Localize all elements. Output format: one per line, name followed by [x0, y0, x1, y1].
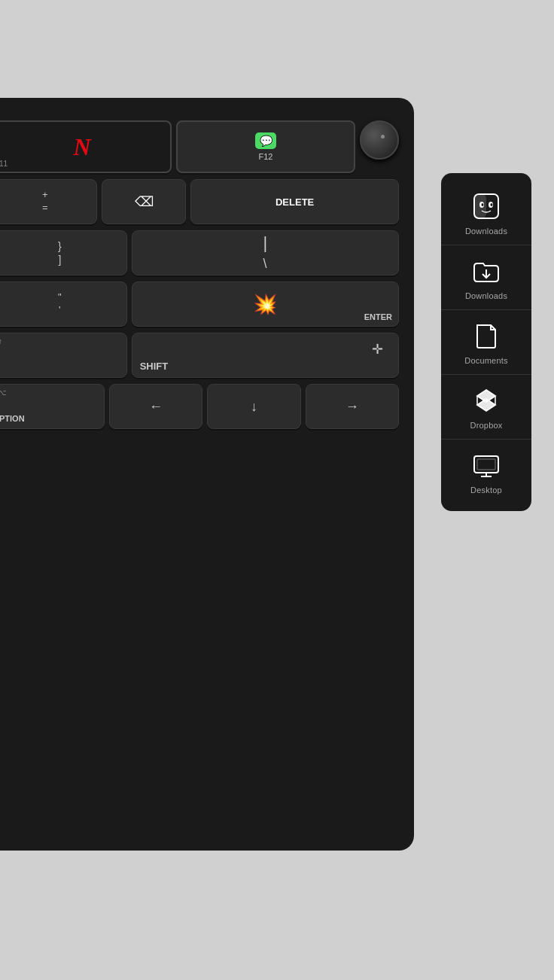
backspace-icon: ⌫: [135, 193, 154, 210]
sidebar-item-documents[interactable]: Documents: [441, 310, 531, 375]
key-option[interactable]: ⌥ PTION: [0, 384, 105, 429]
key-delete[interactable]: DELETE: [190, 179, 399, 224]
svg-point-4: [482, 203, 484, 206]
volume-knob[interactable]: [360, 120, 399, 160]
finder-label: Downloads: [465, 227, 507, 236]
backslash-label: |\: [263, 233, 267, 272]
message-icon: [255, 132, 276, 149]
option-tilde-icon: ⌥: [0, 388, 7, 397]
key-row-3: } ] |\: [0, 230, 399, 275]
key-backspace-icon[interactable]: ⌫: [102, 179, 186, 224]
key-explosion[interactable]: 💥 ENTER: [132, 282, 399, 327]
key-row-1: N 11 F12: [0, 120, 399, 173]
arrow-down-icon: ↓: [251, 399, 257, 415]
sidebar-item-downloads[interactable]: Downloads: [441, 245, 531, 310]
netflix-label: N: [73, 133, 90, 161]
svg-marker-12: [477, 399, 495, 411]
key-shift-main[interactable]: SHIFT ✛: [132, 333, 399, 378]
f12-label: F12: [259, 152, 273, 161]
downloads-label: Downloads: [465, 291, 507, 300]
key-arrow-right[interactable]: →: [306, 384, 399, 429]
downloads-folder-icon: [470, 254, 503, 288]
knob-dot: [381, 135, 385, 138]
key-shift-arrow[interactable]: ↑: [0, 333, 127, 378]
key-quote[interactable]: " ': [0, 282, 127, 327]
sidebar-item-dropbox[interactable]: Dropbox: [441, 375, 531, 440]
option-label: PTION: [0, 414, 25, 423]
sidebar-item-desktop[interactable]: Desktop: [441, 440, 531, 504]
enter-label: ENTER: [364, 312, 392, 321]
documents-icon: [470, 319, 503, 352]
desktop-icon: [470, 449, 503, 482]
key-row-6: ⌥ PTION ← ↓ →: [0, 384, 399, 429]
sidebar-panel: Downloads Downloads Documents: [441, 173, 531, 511]
key-netflix[interactable]: N 11: [0, 120, 172, 173]
key-f12[interactable]: F12: [176, 120, 355, 173]
dropbox-icon: [470, 384, 503, 417]
keyboard-body: N 11 F12 + = ⌫ DELETE: [0, 98, 414, 851]
shift-corner-arrow: ↑: [0, 337, 2, 345]
brace-label: } ]: [58, 239, 62, 266]
plus-equals-label: + =: [42, 189, 48, 215]
finder-icon: [470, 190, 503, 223]
sidebar-item-finder[interactable]: Downloads: [441, 181, 531, 245]
arrow-right-icon: →: [345, 399, 359, 415]
key-plus-equals[interactable]: + =: [0, 179, 97, 224]
svg-rect-15: [474, 456, 498, 473]
shift-crosshair: ✛: [372, 341, 383, 358]
key-brace[interactable]: } ]: [0, 230, 127, 275]
explosion-icon: 💥: [253, 293, 277, 316]
f12-badge: F12: [178, 122, 354, 172]
key-arrow-left[interactable]: ←: [109, 384, 202, 429]
key-row-4: " ' 💥 ENTER: [0, 282, 399, 327]
key-sublabel: 11: [0, 160, 8, 168]
arrow-left-icon: ←: [149, 399, 163, 415]
documents-label: Documents: [464, 356, 507, 365]
key-arrow-down[interactable]: ↓: [207, 384, 300, 429]
desktop-label: Desktop: [470, 485, 502, 495]
svg-rect-18: [477, 459, 495, 470]
quote-label: " ': [58, 291, 62, 317]
key-row-5: ↑ SHIFT ✛: [0, 333, 399, 378]
shift-label: SHIFT: [140, 361, 169, 372]
key-row-2: + = ⌫ DELETE: [0, 179, 399, 224]
dropbox-label: Dropbox: [470, 421, 503, 430]
delete-label: DELETE: [275, 196, 314, 208]
key-backslash[interactable]: |\: [132, 230, 399, 275]
svg-point-5: [491, 203, 493, 206]
